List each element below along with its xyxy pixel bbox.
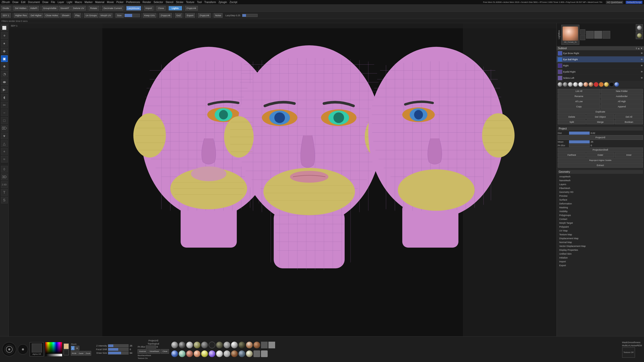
tool-sculpt5[interactable]: ◔ xyxy=(1,71,8,77)
quicksave-btn[interactable]: AC QuickSave xyxy=(606,1,623,4)
menu-stencil[interactable]: Stencil xyxy=(166,1,173,4)
tool-topology[interactable]: △ xyxy=(1,140,8,147)
geo-polygroups[interactable]: Polygroups xyxy=(558,213,643,217)
geo-visibility[interactable]: Visibility xyxy=(558,210,643,213)
rs-sq1[interactable] xyxy=(261,342,268,348)
default-script-btn[interactable]: DefaultZScript xyxy=(626,1,642,4)
subtool-right[interactable]: Right 👁 xyxy=(557,63,644,69)
list-all-btn[interactable]: List All xyxy=(558,89,600,93)
lightbox-icon1[interactable] xyxy=(636,24,643,31)
menu-stroke[interactable]: Stroke xyxy=(176,1,183,4)
menu-selector[interactable]: Selector xyxy=(154,1,163,4)
higher-res-btn[interactable]: Higher Res xyxy=(14,13,28,18)
export-btn[interactable]: Export xyxy=(185,13,195,18)
lightbox-thumb-main[interactable]: HD_Female_01 xyxy=(561,25,579,45)
geo-arrayMesh[interactable]: ArrayMesh xyxy=(558,175,643,178)
mean-slider[interactable] xyxy=(569,140,590,143)
delete-btn[interactable]: Delete xyxy=(558,115,586,119)
zapplink-btn1[interactable]: ZAppLink xyxy=(185,6,198,11)
lightbox-thumb-s2[interactable] xyxy=(594,31,602,39)
rs-3[interactable] xyxy=(186,342,193,348)
extract-btn[interactable]: Extract xyxy=(558,163,643,168)
size-btn[interactable]: Size: xyxy=(115,13,124,18)
tool-sculpt4[interactable]: ⯁ xyxy=(1,63,8,70)
lightbox-nav-up[interactable] xyxy=(580,29,585,35)
rs2-sq1[interactable] xyxy=(253,350,260,357)
tool-sculpt1[interactable]: ● xyxy=(1,40,8,47)
tool-mask[interactable]: ◖ xyxy=(1,94,8,101)
color-gradient[interactable] xyxy=(45,342,62,354)
mat-sphere-red[interactable] xyxy=(594,82,598,87)
tool-sculpt3-active[interactable]: ▣ xyxy=(1,55,8,62)
del-hidden-btn[interactable]: Del Hidden xyxy=(13,6,28,11)
outer-btn[interactable]: Outer xyxy=(586,153,614,157)
tool-stamp[interactable]: S xyxy=(1,197,8,203)
geo-displayProps[interactable]: Display Properties xyxy=(558,248,643,252)
tool-sculpt6[interactable]: ⬬ xyxy=(1,79,8,85)
alpha-off-btn[interactable]: Alpha Off xyxy=(30,342,44,356)
subtool-vis-eyelid-r[interactable]: 👁 xyxy=(641,71,643,73)
subtool-eyebrow-right[interactable]: Eye Brow Right 👁 xyxy=(557,50,644,56)
zapplink-btn2[interactable]: ZAppLink xyxy=(159,13,172,18)
geo-export[interactable]: Export xyxy=(558,264,643,267)
auto-border-btn[interactable]: AutoBorder xyxy=(601,94,643,99)
menu-file[interactable]: File xyxy=(51,1,55,4)
lights-btn[interactable]: Lights xyxy=(168,6,182,11)
subtool-header[interactable]: Subtool 5 ▲ ▼ xyxy=(557,46,644,50)
menu-zscript[interactable]: Zscript xyxy=(230,1,237,4)
tool-transform[interactable]: T xyxy=(1,189,8,196)
rs2-sq2[interactable] xyxy=(261,350,268,357)
lightbox-nav-down[interactable] xyxy=(580,35,585,40)
geo-unifiedSkin[interactable]: Unified Skin xyxy=(558,252,643,256)
rs-sq2[interactable] xyxy=(268,342,275,348)
geo-vectorDisplacement[interactable]: Vector Displacement Map xyxy=(558,244,643,248)
menu-preferences[interactable]: Preferences xyxy=(126,1,140,4)
project-header[interactable]: Project xyxy=(558,127,643,131)
rotate-btn[interactable]: Rotate: xyxy=(89,6,99,11)
groups-visible-btn[interactable]: GroupVisible xyxy=(42,6,58,11)
pa-blur-slider[interactable] xyxy=(569,144,590,147)
subtool-arrow-down[interactable]: ▼ xyxy=(640,47,643,50)
mat-sphere-shiny[interactable] xyxy=(578,82,583,87)
store-mt-btn[interactable]: StoreMT xyxy=(59,6,71,11)
rs2-4[interactable] xyxy=(194,350,200,357)
tool-insert[interactable]: + xyxy=(1,148,8,155)
color-bw-strip[interactable] xyxy=(45,354,62,356)
clone-btn[interactable]: Clone xyxy=(156,6,166,11)
geo-uvMap[interactable]: UV Map xyxy=(558,229,643,232)
rgb-btn[interactable]: RGB xyxy=(71,351,77,356)
lightbox-thumb-s1[interactable] xyxy=(586,31,594,39)
subtool-arrow-up[interactable]: ▲ xyxy=(638,47,640,50)
mat-sphere-gold[interactable] xyxy=(604,82,609,87)
copy-btn[interactable]: Copy xyxy=(558,104,600,109)
del-all-btn[interactable]: Del All xyxy=(615,115,643,119)
subtool-vis-eyebrow-r[interactable]: 👁 xyxy=(641,52,643,55)
menu-material[interactable]: Material xyxy=(95,1,104,4)
morph-uv-btn[interactable]: Morph UV xyxy=(99,13,113,18)
tool-3d[interactable]: 3D xyxy=(1,174,8,180)
rs2-5[interactable] xyxy=(201,350,208,357)
zsub-btn[interactable]: Zsub xyxy=(85,351,91,356)
menu-macro[interactable]: Macro xyxy=(75,1,82,4)
mat-sphere-3[interactable] xyxy=(568,82,573,87)
rs2-3[interactable] xyxy=(186,350,193,357)
rs-4[interactable] xyxy=(194,342,200,348)
reproject-btn[interactable]: Reproject Higher Subdiv xyxy=(558,158,643,162)
menu-draw[interactable]: Draw xyxy=(12,1,18,4)
sdy-btn[interactable]: SDY 1 xyxy=(1,13,11,18)
subtool-sclera-left[interactable]: Sclera Left 👁 xyxy=(557,75,644,81)
geometry-header[interactable]: Geometry xyxy=(558,170,643,174)
z-mode-btn[interactable]: Z xyxy=(71,346,75,350)
tool-clip[interactable]: ✂ xyxy=(1,102,8,108)
append-btn[interactable]: Append xyxy=(601,104,643,109)
lazymouse-btn[interactable]: LazyMouse xyxy=(126,6,141,11)
lightbox-icon2[interactable] xyxy=(636,32,643,39)
brush-preview[interactable] xyxy=(2,342,16,356)
color-picker-box[interactable] xyxy=(45,342,62,356)
geo-deformation[interactable]: Deformation xyxy=(558,202,643,205)
delete-uv-btn[interactable]: Delorie UV xyxy=(71,6,86,11)
tool-zmodeler[interactable]: ◊ xyxy=(1,166,8,173)
menu-picker[interactable]: Picker xyxy=(116,1,124,4)
subtool-vis-right[interactable]: 👁 xyxy=(641,64,643,67)
rs-1[interactable] xyxy=(171,342,178,348)
